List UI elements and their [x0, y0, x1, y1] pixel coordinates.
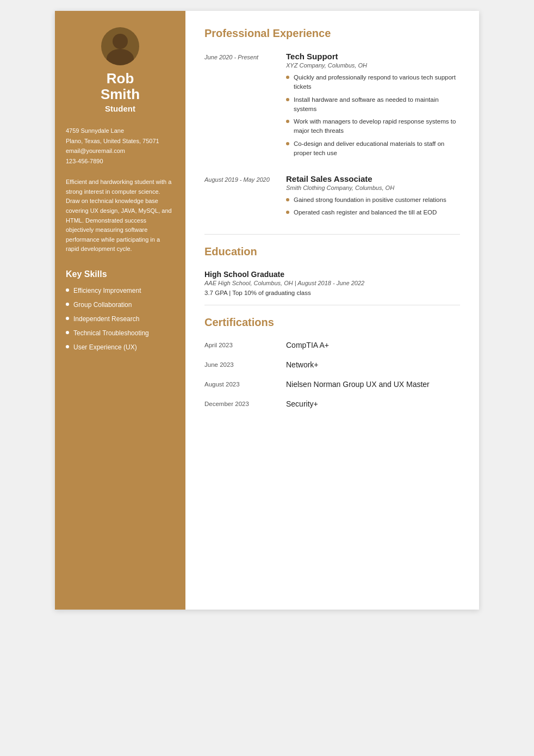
profile-section: Rob Smith Student [66, 27, 175, 113]
degree-title: High School Graduate [204, 270, 460, 279]
skills-title: Key Skills [66, 269, 175, 279]
cert-name-4: Security+ [286, 399, 318, 408]
cert-name-1: CompTIA A+ [286, 341, 329, 349]
job-detail-2: Retail Sales Associate Smith Clothing Co… [286, 174, 460, 221]
skill-label: Efficiency Improvement [73, 286, 141, 296]
bullet-icon [286, 98, 289, 101]
skill-item: User Experience (UX) [66, 342, 175, 352]
duty-item: Gained strong foundation in positive cus… [286, 195, 460, 205]
email: email@youremail.com [66, 146, 175, 156]
duty-item: Quickly and professionally respond to va… [286, 73, 460, 92]
bio-text: Efficient and hardworking student with a… [66, 177, 175, 254]
job-date-1: June 2020 - Present [204, 52, 275, 161]
skill-item: Efficiency Improvement [66, 286, 175, 296]
experience-title: Professional Experience [204, 27, 460, 42]
certifications-title: Certifications [204, 316, 460, 331]
cert-date-4: December 2023 [204, 399, 275, 407]
address-line2: Plano, Texas, United States, 75071 [66, 137, 175, 146]
resume-container: Rob Smith Student 4759 Sunnydale Lane Pl… [55, 11, 479, 610]
bullet-icon [286, 120, 289, 123]
skill-label: Independent Research [73, 314, 139, 324]
company-1: XYZ Company, Columbus, OH [286, 62, 460, 69]
job-title-2: Retail Sales Associate [286, 174, 460, 183]
bullet-icon [286, 211, 289, 214]
experience-entry-2: August 2019 - May 2020 Retail Sales Asso… [204, 174, 460, 221]
bullet-icon [66, 345, 69, 348]
divider [204, 234, 460, 235]
duty-item: Operated cash register and balanced the … [286, 208, 460, 217]
school-name: AAE High School, Columbus, OH | August 2… [204, 280, 460, 286]
skill-label: Group Collaboration [73, 300, 132, 310]
edu-gpa: 3.7 GPA | Top 10% of graduating class [204, 290, 460, 296]
bullet-icon [286, 198, 289, 201]
bio-section: Efficient and hardworking student with a… [66, 177, 175, 254]
bullet-icon [66, 331, 69, 334]
sidebar: Rob Smith Student 4759 Sunnydale Lane Pl… [55, 11, 185, 610]
main-content: Professional Experience June 2020 - Pres… [185, 11, 479, 610]
cert-entry-3: August 2023 Nielsen Norman Group UX and … [204, 380, 460, 389]
candidate-title: Student [101, 104, 140, 113]
cert-entry-1: April 2023 CompTIA A+ [204, 341, 460, 349]
candidate-name: Rob Smith [101, 71, 140, 102]
job-title-1: Tech Support [286, 52, 460, 61]
skill-label: User Experience (UX) [73, 342, 137, 352]
duty-item: Co-design and deliver educational materi… [286, 139, 460, 158]
bullet-icon [286, 142, 289, 145]
skill-item: Group Collaboration [66, 300, 175, 310]
duty-item: Install hardware and software as needed … [286, 95, 460, 114]
divider-2 [204, 305, 460, 305]
bullet-icon [66, 303, 69, 306]
cert-entry-4: December 2023 Security+ [204, 399, 460, 408]
cert-entry-2: June 2023 Network+ [204, 360, 460, 369]
address-line1: 4759 Sunnydale Lane [66, 126, 175, 136]
education-entry: High School Graduate AAE High School, Co… [204, 270, 460, 296]
skill-item: Technical Troubleshooting [66, 328, 175, 338]
skill-item: Independent Research [66, 314, 175, 324]
cert-date-2: June 2023 [204, 360, 275, 368]
job-detail-1: Tech Support XYZ Company, Columbus, OH Q… [286, 52, 460, 161]
skill-label: Technical Troubleshooting [73, 328, 149, 338]
phone: 123-456-7890 [66, 157, 175, 166]
experience-entry-1: June 2020 - Present Tech Support XYZ Com… [204, 52, 460, 161]
avatar [101, 27, 139, 65]
cert-date-1: April 2023 [204, 341, 275, 348]
skills-section: Key Skills Efficiency Improvement Group … [66, 269, 175, 357]
cert-date-3: August 2023 [204, 380, 275, 388]
duty-item: Work with managers to develop rapid resp… [286, 117, 460, 136]
company-2: Smith Clothing Company, Columbus, OH [286, 185, 460, 191]
skills-list: Efficiency Improvement Group Collaborati… [66, 286, 175, 352]
bullet-icon [66, 288, 69, 292]
duties-list-1: Quickly and professionally respond to va… [286, 73, 460, 158]
contact-section: 4759 Sunnydale Lane Plano, Texas, United… [66, 126, 175, 167]
bullet-icon [66, 317, 69, 320]
bullet-icon [286, 76, 289, 79]
job-date-2: August 2019 - May 2020 [204, 174, 275, 221]
cert-name-3: Nielsen Norman Group UX and UX Master [286, 380, 430, 389]
cert-name-2: Network+ [286, 360, 319, 369]
duties-list-2: Gained strong foundation in positive cus… [286, 195, 460, 218]
education-title: Education [204, 245, 460, 260]
